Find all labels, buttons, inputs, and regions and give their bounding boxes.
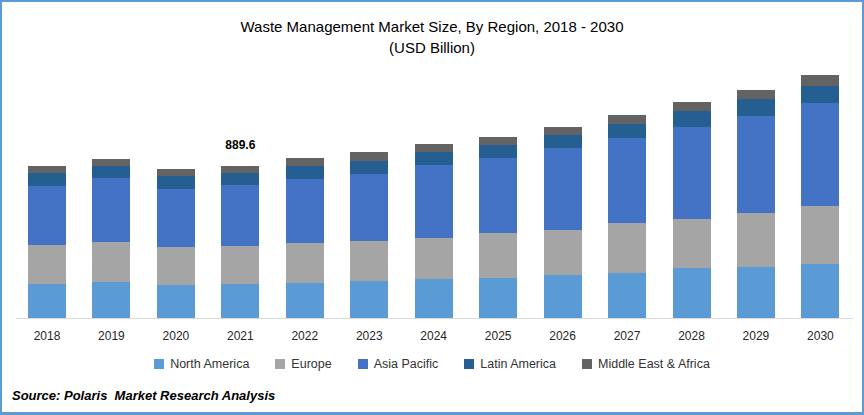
bar-segment-asia-pacific-2023 (350, 174, 388, 242)
chart-bar-2026 (544, 127, 582, 319)
legend-label-asia-pacific: Asia Pacific (374, 357, 439, 371)
x-axis-label-2019: 2019 (98, 329, 125, 343)
bar-segment-asia-pacific-2019 (92, 178, 130, 242)
chart-bar-2025 (479, 137, 517, 318)
legend-label-north-america: North America (170, 357, 249, 371)
legend-marker-icon-middle-east-africa (582, 359, 592, 369)
bar-segment-europe-2026 (544, 230, 582, 276)
bar-segment-latin-america-2025 (479, 145, 517, 157)
bar-segment-latin-america-2020 (157, 176, 195, 189)
bar-segment-europe-2024 (415, 238, 453, 279)
legend-marker-icon-latin-america (464, 359, 474, 369)
bar-segment-middle-east-africa-2026 (544, 127, 582, 136)
bar-segment-middle-east-africa-2020 (157, 169, 195, 177)
bar-segment-north-america-2025 (479, 278, 517, 318)
chart-bar-2020 (157, 169, 195, 319)
bar-segment-latin-america-2028 (673, 111, 711, 126)
legend-marker-icon-europe (275, 359, 285, 369)
bar-segment-north-america-2026 (544, 275, 582, 318)
chart-bar-2021 (221, 166, 259, 318)
chart-bar-2019 (92, 159, 130, 318)
chart-bar-2030 (801, 75, 839, 318)
legend-item-asia-pacific: Asia Pacific (358, 357, 439, 371)
bar-segment-north-america-2024 (415, 279, 453, 318)
bar-segment-latin-america-2018 (28, 173, 66, 186)
plot-area: 889.6 (2, 2, 862, 318)
bar-segment-middle-east-africa-2028 (673, 102, 711, 112)
x-axis-label-2024: 2024 (420, 329, 447, 343)
bar-segment-middle-east-africa-2027 (608, 115, 646, 124)
bar-segment-middle-east-africa-2023 (350, 152, 388, 161)
x-axis-label-2020: 2020 (163, 329, 190, 343)
bar-segment-latin-america-2027 (608, 124, 646, 138)
legend-marker-icon-asia-pacific (358, 359, 368, 369)
bar-segment-middle-east-africa-2019 (92, 159, 130, 167)
bar-segment-north-america-2022 (286, 283, 324, 318)
bar-segment-latin-america-2022 (286, 166, 324, 179)
chart-bar-2024 (415, 144, 453, 318)
legend-item-north-america: North America (154, 357, 249, 371)
x-axis-label-2026: 2026 (549, 329, 576, 343)
x-axis-label-2029: 2029 (743, 329, 770, 343)
bar-segment-europe-2020 (157, 247, 195, 285)
x-axis-label-2028: 2028 (678, 329, 705, 343)
bar-segment-asia-pacific-2027 (608, 138, 646, 223)
legend-label-latin-america: Latin America (480, 357, 556, 371)
chart-bar-2029 (737, 90, 775, 318)
bar-segment-middle-east-africa-2025 (479, 137, 517, 146)
bar-segment-latin-america-2019 (92, 166, 130, 178)
legend-marker-icon-north-america (154, 359, 164, 369)
bar-segment-asia-pacific-2020 (157, 189, 195, 247)
bar-segment-europe-2025 (479, 233, 517, 278)
bar-segment-latin-america-2024 (415, 152, 453, 165)
legend-label-middle-east-africa: Middle East & Africa (598, 357, 710, 371)
bar-segment-latin-america-2023 (350, 161, 388, 173)
bar-segment-north-america-2027 (608, 273, 646, 318)
legend-item-latin-america: Latin America (464, 357, 556, 371)
bar-segment-middle-east-africa-2024 (415, 144, 453, 152)
bar-segment-europe-2022 (286, 243, 324, 282)
chart-bar-2023 (350, 152, 388, 318)
bar-segment-asia-pacific-2028 (673, 127, 711, 219)
chart-frame: Waste Management Market Size, By Region,… (0, 0, 864, 415)
bar-segment-asia-pacific-2030 (801, 103, 839, 206)
x-axis-label-2022: 2022 (291, 329, 318, 343)
x-axis-line (16, 318, 853, 319)
bar-segment-north-america-2030 (801, 264, 839, 318)
bar-segment-north-america-2029 (737, 267, 775, 318)
bar-segment-north-america-2023 (350, 281, 388, 318)
bar-segment-middle-east-africa-2018 (28, 166, 66, 173)
bar-segment-europe-2030 (801, 206, 839, 264)
legend: North AmericaEuropeAsia PacificLatin Ame… (2, 357, 862, 371)
x-axis-label-2027: 2027 (614, 329, 641, 343)
bar-segment-europe-2018 (28, 245, 66, 284)
bar-segment-europe-2021 (221, 246, 259, 284)
bar-segment-asia-pacific-2022 (286, 179, 324, 244)
bar-segment-asia-pacific-2025 (479, 158, 517, 233)
bar-segment-asia-pacific-2029 (737, 116, 775, 213)
legend-item-europe: Europe (275, 357, 331, 371)
chart-bar-2018 (28, 166, 66, 318)
bar-segment-middle-east-africa-2021 (221, 166, 259, 173)
bar-segment-latin-america-2026 (544, 135, 582, 148)
bar-segment-asia-pacific-2018 (28, 186, 66, 245)
bar-segment-north-america-2018 (28, 284, 66, 318)
x-axis-label-2021: 2021 (227, 329, 254, 343)
x-axis-label-2030: 2030 (807, 329, 834, 343)
chart-bar-2027 (608, 115, 646, 318)
bar-segment-asia-pacific-2024 (415, 165, 453, 237)
chart-bar-2028 (673, 102, 711, 318)
bar-segment-europe-2023 (350, 241, 388, 280)
data-label-2021: 889.6 (225, 138, 255, 152)
bar-segment-asia-pacific-2026 (544, 148, 582, 229)
bar-segment-latin-america-2029 (737, 99, 775, 116)
legend-item-middle-east-africa: Middle East & Africa (582, 357, 710, 371)
bar-segment-europe-2028 (673, 219, 711, 268)
chart-bar-2022 (286, 158, 324, 318)
bar-segment-asia-pacific-2021 (221, 185, 259, 246)
legend-label-europe: Europe (291, 357, 331, 371)
bar-segment-north-america-2019 (92, 282, 130, 318)
x-axis-label-2023: 2023 (356, 329, 383, 343)
bar-segment-middle-east-africa-2029 (737, 90, 775, 99)
bar-segment-north-america-2028 (673, 268, 711, 318)
